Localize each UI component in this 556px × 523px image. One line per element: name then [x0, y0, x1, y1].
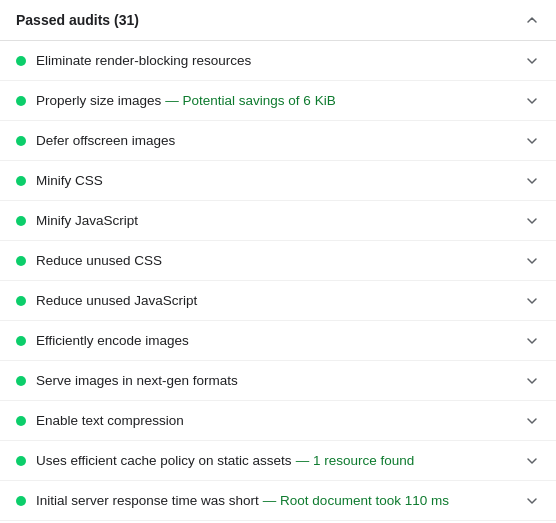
audit-label: Eliminate render-blocking resources	[36, 53, 251, 68]
passed-indicator	[16, 216, 26, 226]
audit-label: Reduce unused JavaScript	[36, 293, 197, 308]
chevron-down-icon	[524, 293, 540, 309]
audit-left-eliminate-render-blocking: Eliminate render-blocking resources	[16, 53, 516, 68]
audit-left-reduce-unused-javascript: Reduce unused JavaScript	[16, 293, 516, 308]
audit-chevron[interactable]	[524, 253, 540, 269]
audit-left-properly-size-images: Properly size images — Potential savings…	[16, 93, 516, 108]
section-title: Passed audits (31)	[16, 12, 139, 28]
audit-label: Minify CSS	[36, 173, 103, 188]
audit-list: Eliminate render-blocking resources Prop…	[0, 41, 556, 523]
audit-chevron[interactable]	[524, 493, 540, 509]
audit-left-initial-server-response-time: Initial server response time was short —…	[16, 493, 516, 508]
audit-item[interactable]: Eliminate render-blocking resources	[0, 41, 556, 81]
audit-item[interactable]: Initial server response time was short —…	[0, 481, 556, 521]
audit-chevron[interactable]	[524, 373, 540, 389]
audit-item[interactable]: Reduce unused CSS	[0, 241, 556, 281]
audit-left-defer-offscreen-images: Defer offscreen images	[16, 133, 516, 148]
section-header[interactable]: Passed audits (31)	[0, 0, 556, 41]
chevron-down-icon	[524, 213, 540, 229]
audit-label: Initial server response time was short	[36, 493, 259, 508]
audit-label: Efficiently encode images	[36, 333, 189, 348]
chevron-down-icon	[524, 173, 540, 189]
audit-chevron[interactable]	[524, 133, 540, 149]
passed-indicator	[16, 256, 26, 266]
chevron-down-icon	[524, 413, 540, 429]
audit-detail: — Root document took 110 ms	[263, 493, 449, 508]
audit-left-serve-images-next-gen: Serve images in next-gen formats	[16, 373, 516, 388]
chevron-down-icon	[524, 253, 540, 269]
audit-chevron[interactable]	[524, 413, 540, 429]
audit-chevron[interactable]	[524, 453, 540, 469]
audit-label: Uses efficient cache policy on static as…	[36, 453, 292, 468]
audit-label: Minify JavaScript	[36, 213, 138, 228]
chevron-down-icon	[524, 133, 540, 149]
audit-label: Serve images in next-gen formats	[36, 373, 238, 388]
chevron-down-icon	[524, 53, 540, 69]
passed-indicator	[16, 416, 26, 426]
chevron-down-icon	[524, 93, 540, 109]
passed-indicator	[16, 136, 26, 146]
audit-chevron[interactable]	[524, 173, 540, 189]
audit-left-enable-text-compression: Enable text compression	[16, 413, 516, 428]
passed-audits-section: Passed audits (31) Eliminate render-bloc…	[0, 0, 556, 523]
audit-chevron[interactable]	[524, 93, 540, 109]
audit-item[interactable]: Defer offscreen images	[0, 121, 556, 161]
audit-label: Defer offscreen images	[36, 133, 175, 148]
audit-item[interactable]: Reduce unused JavaScript	[0, 281, 556, 321]
audit-item[interactable]: Efficiently encode images	[0, 321, 556, 361]
audit-left-uses-efficient-cache-policy: Uses efficient cache policy on static as…	[16, 453, 516, 468]
passed-indicator	[16, 376, 26, 386]
passed-indicator	[16, 56, 26, 66]
audit-item[interactable]: Enable text compression	[0, 401, 556, 441]
audit-left-minify-javascript: Minify JavaScript	[16, 213, 516, 228]
audit-chevron[interactable]	[524, 213, 540, 229]
audit-label: Properly size images	[36, 93, 161, 108]
audit-label: Reduce unused CSS	[36, 253, 162, 268]
passed-indicator	[16, 496, 26, 506]
audit-left-minify-css: Minify CSS	[16, 173, 516, 188]
audit-item[interactable]: Serve images in next-gen formats	[0, 361, 556, 401]
passed-indicator	[16, 456, 26, 466]
chevron-down-icon	[524, 333, 540, 349]
chevron-down-icon	[524, 453, 540, 469]
passed-indicator	[16, 176, 26, 186]
audit-chevron[interactable]	[524, 333, 540, 349]
audit-item[interactable]: Minify JavaScript	[0, 201, 556, 241]
audit-detail: — 1 resource found	[296, 453, 415, 468]
audit-item[interactable]: Minify CSS	[0, 161, 556, 201]
audit-label: Enable text compression	[36, 413, 184, 428]
passed-indicator	[16, 336, 26, 346]
chevron-down-icon	[524, 373, 540, 389]
audit-left-reduce-unused-css: Reduce unused CSS	[16, 253, 516, 268]
audit-detail: — Potential savings of 6 KiB	[165, 93, 335, 108]
audit-item[interactable]: Uses efficient cache policy on static as…	[0, 441, 556, 481]
chevron-down-icon	[524, 493, 540, 509]
passed-indicator	[16, 96, 26, 106]
audit-item[interactable]: Properly size images — Potential savings…	[0, 81, 556, 121]
collapse-button[interactable]	[524, 12, 540, 28]
audit-left-efficiently-encode-images: Efficiently encode images	[16, 333, 516, 348]
audit-chevron[interactable]	[524, 293, 540, 309]
passed-indicator	[16, 296, 26, 306]
audit-chevron[interactable]	[524, 53, 540, 69]
